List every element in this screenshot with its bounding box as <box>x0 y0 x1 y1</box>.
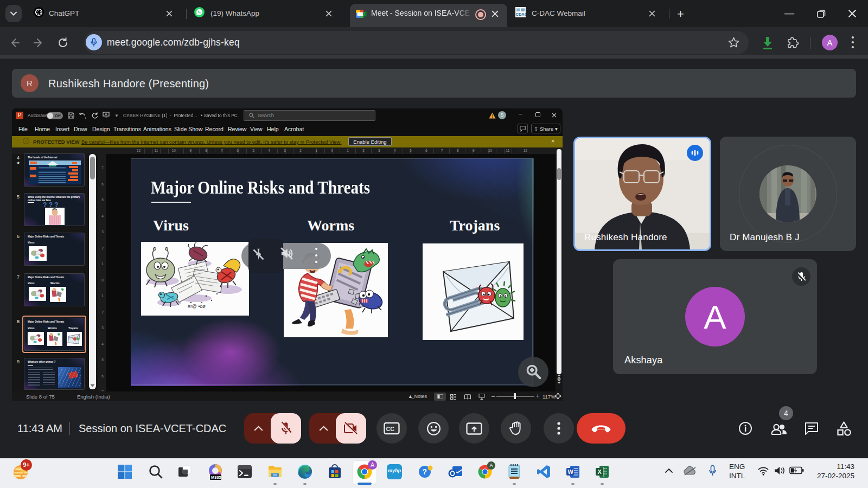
svg-text:W: W <box>568 468 574 475</box>
svg-text:#!@ •oø: #!@ •oø <box>188 304 206 309</box>
svg-text:M365: M365 <box>211 475 221 480</box>
svg-text:?: ? <box>423 467 427 476</box>
svg-text:CDAC: CDAC <box>516 12 526 17</box>
svg-text:CC: CC <box>386 426 395 432</box>
svg-text:X: X <box>598 468 602 475</box>
